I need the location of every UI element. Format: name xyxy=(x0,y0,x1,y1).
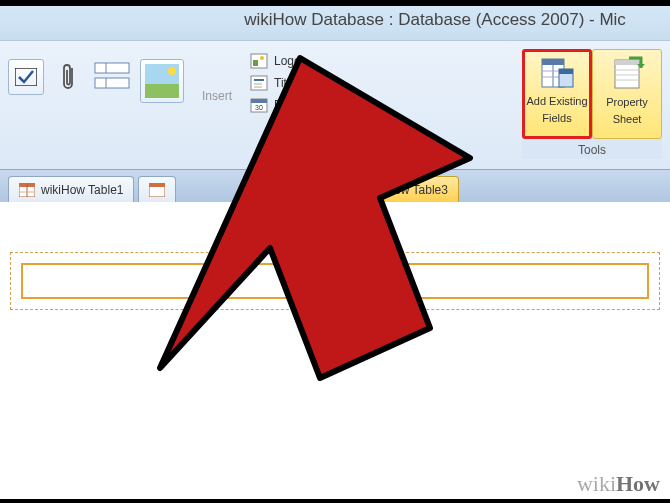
form-section[interactable] xyxy=(10,252,660,310)
tools-group-label: Tools xyxy=(522,139,662,159)
calendar-icon: 30 xyxy=(250,97,268,113)
tab3-label: How Table3 xyxy=(385,183,447,197)
tab-table2-partial[interactable] xyxy=(138,176,176,202)
tools-group: Add Existing Fields Property Sheet Tools xyxy=(522,49,662,159)
table-icon xyxy=(149,183,165,197)
tab-wikihow-table1[interactable]: wikiHow Table1 xyxy=(8,176,134,202)
date-time-button[interactable]: 30 Date and Time xyxy=(250,97,352,113)
tab-wikihow-table3[interactable]: How Table3 xyxy=(374,176,458,202)
watermark-prefix: wiki xyxy=(577,471,616,496)
svg-point-7 xyxy=(260,56,264,60)
logo-label: Logo xyxy=(274,54,301,68)
property-sheet-line1: Property xyxy=(606,96,648,109)
svg-rect-8 xyxy=(251,76,267,90)
add-fields-icon xyxy=(539,55,575,91)
svg-rect-2 xyxy=(95,78,129,88)
title-button[interactable]: Title xyxy=(250,75,352,91)
title-label: Title xyxy=(274,76,296,90)
property-sheet-icon xyxy=(609,56,645,92)
svg-rect-23 xyxy=(615,60,639,65)
checkbox-control-button[interactable] xyxy=(8,59,44,95)
form-grid-icon xyxy=(94,62,130,93)
svg-text:30: 30 xyxy=(255,104,263,111)
top-border xyxy=(0,0,670,6)
form-control-button[interactable] xyxy=(92,59,132,95)
picture-icon xyxy=(145,64,179,98)
svg-rect-1 xyxy=(95,63,129,73)
property-sheet-button[interactable]: Property Sheet xyxy=(592,49,662,139)
add-fields-line2: Fields xyxy=(542,112,571,125)
watermark-suffix: How xyxy=(616,471,660,496)
header-footer-group: Logo Title 30 Date and Time xyxy=(250,49,352,113)
add-fields-line1: Add Existing xyxy=(526,95,587,108)
image-button[interactable] xyxy=(140,59,184,103)
svg-rect-32 xyxy=(149,183,165,187)
ribbon-controls-group: Insert xyxy=(8,49,242,103)
insert-chart-button: Insert xyxy=(192,59,242,103)
logo-icon xyxy=(250,53,268,69)
ribbon: Insert Logo Title 30 Date and Time xyxy=(0,40,670,170)
checkmark-icon xyxy=(15,68,37,86)
document-tabs: wikiHow Table1 How Table3 xyxy=(0,170,670,202)
textbox-control[interactable] xyxy=(21,263,649,299)
insert-label: Insert xyxy=(202,89,232,103)
bottom-border xyxy=(0,499,670,503)
watermark: wikiHow xyxy=(577,471,660,497)
svg-rect-0 xyxy=(15,68,37,86)
svg-rect-6 xyxy=(253,60,258,66)
property-sheet-line2: Sheet xyxy=(613,113,642,126)
design-view xyxy=(0,202,670,360)
title-bar: wikiHow Database : Database (Access 2007… xyxy=(0,0,670,40)
table-icon xyxy=(19,183,35,197)
tab1-label: wikiHow Table1 xyxy=(41,183,123,197)
svg-rect-21 xyxy=(559,69,573,74)
title-icon xyxy=(250,75,268,91)
attachment-button[interactable] xyxy=(52,59,84,99)
logo-button[interactable]: Logo xyxy=(250,53,352,69)
paperclip-icon xyxy=(59,62,77,97)
svg-rect-13 xyxy=(251,99,267,103)
add-existing-fields-button[interactable]: Add Existing Fields xyxy=(522,49,592,139)
window-title: wikiHow Database : Database (Access 2007… xyxy=(244,10,626,30)
date-time-label: Date and Time xyxy=(274,98,352,112)
